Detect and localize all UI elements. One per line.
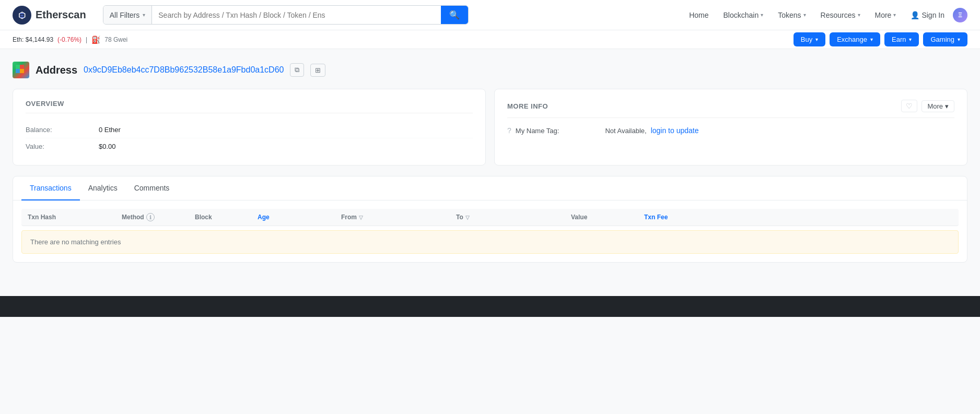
nav-blockchain[interactable]: Blockchain ▾ (717, 7, 770, 23)
sign-in-button[interactable]: 👤 Sign In (904, 7, 951, 23)
info-icon[interactable]: ℹ (146, 213, 155, 221)
chevron-down-icon: ▾ (958, 37, 960, 42)
separator: | (86, 36, 87, 43)
tab-comments[interactable]: Comments (126, 176, 178, 200)
nav-tokens[interactable]: Tokens ▾ (772, 7, 812, 23)
gaming-button[interactable]: Gaming ▾ (923, 32, 967, 46)
more-info-actions: ♡ More ▾ (901, 100, 954, 112)
more-info-card: More Info ♡ More ▾ ? My Name Tag: Not Av… (494, 89, 967, 165)
chevron-down-icon: ▾ (815, 37, 818, 42)
more-options-button[interactable]: More ▾ (921, 100, 954, 112)
logo-icon: ⬡ Ξ (13, 6, 31, 25)
buy-button[interactable]: Buy ▾ (794, 32, 825, 46)
chevron-down-icon: ▾ (858, 12, 860, 18)
col-block: Block (195, 213, 258, 221)
tab-analytics[interactable]: Analytics (80, 176, 126, 200)
search-button[interactable]: 🔍 (441, 6, 468, 24)
col-from: From ▽ (341, 213, 456, 221)
col-value: Value (571, 213, 644, 221)
more-info-header: More Info ♡ More ▾ (507, 100, 954, 118)
filter-dropdown[interactable]: All Filters ▾ (103, 6, 153, 24)
svg-text:Ξ: Ξ (20, 11, 24, 19)
chevron-down-icon: ▾ (761, 12, 763, 18)
filter-label: All Filters (110, 11, 140, 19)
nav-home[interactable]: Home (683, 7, 715, 23)
transactions-section: Transactions Analytics Comments Txn Hash… (13, 176, 967, 263)
nav-resources[interactable]: Resources ▾ (814, 7, 867, 23)
favorite-button[interactable]: ♡ (901, 100, 917, 112)
svg-rect-3 (16, 65, 20, 69)
address-label: Address (36, 64, 77, 76)
copy-address-button[interactable]: ⧉ (290, 63, 304, 77)
nav-more[interactable]: More ▾ (869, 7, 903, 23)
eth-change: (-0.76%) (57, 36, 81, 43)
earn-button[interactable]: Earn ▾ (884, 32, 919, 46)
name-tag-label: My Name Tag: (516, 127, 559, 135)
main-nav: Home Blockchain ▾ Tokens ▾ Resources ▾ M… (683, 7, 967, 23)
search-area: All Filters ▾ 🔍 (103, 5, 469, 25)
balance-label: Balance: (26, 126, 99, 134)
qr-code-button[interactable]: ⊞ (310, 64, 325, 77)
tab-transactions[interactable]: Transactions (21, 176, 80, 200)
gas-icon: ⛽ (91, 36, 100, 44)
col-age[interactable]: Age (258, 213, 341, 221)
value-value: $0.00 (99, 143, 116, 150)
table-header: Txn Hash Method ℹ Block Age From ▽ To (21, 209, 959, 226)
svg-rect-4 (20, 65, 24, 69)
chevron-down-icon: ▾ (945, 102, 949, 110)
filter-icon[interactable]: ▽ (465, 215, 470, 220)
logo[interactable]: ⬡ Ξ Etherscan (13, 6, 86, 25)
col-method: Method ℹ (122, 213, 195, 221)
col-txn-fee: Txn Fee (644, 213, 728, 221)
eth-price: Eth: $4,144.93 (13, 36, 53, 43)
address-icon (13, 62, 29, 78)
cards-row: Overview Balance: 0 Ether Value: $0.00 M… (13, 89, 967, 165)
help-icon[interactable]: ? (507, 126, 511, 135)
col-to: To ▽ (456, 213, 571, 221)
overview-card: Overview Balance: 0 Ether Value: $0.00 (13, 89, 486, 165)
address-bar: Address 0x9cD9Eb8eb4cc7D8Bb962532B58e1a9… (13, 62, 967, 78)
gas-price: 78 Gwei (104, 36, 127, 43)
chevron-down-icon: ▾ (870, 37, 873, 42)
name-tag-row: ? My Name Tag: Not Available, login to u… (507, 126, 954, 135)
eth-network-icon[interactable]: Ξ (953, 8, 967, 22)
footer (0, 296, 980, 317)
chevron-down-icon: ▾ (893, 12, 896, 18)
balance-value: 0 Ether (99, 126, 121, 134)
login-link[interactable]: login to update (651, 126, 699, 135)
search-input[interactable] (152, 6, 440, 24)
value-row: Value: $0.00 (26, 138, 473, 155)
tabs-header: Transactions Analytics Comments (13, 176, 967, 200)
exchange-button[interactable]: Exchange ▾ (830, 32, 880, 46)
name-tag-value: Not Available, (605, 127, 646, 135)
table-container: Txn Hash Method ℹ Block Age From ▽ To (13, 200, 967, 262)
svg-rect-5 (16, 69, 20, 73)
value-label: Value: (26, 143, 99, 150)
sub-header: Eth: $4,144.93 (-0.76%) | ⛽ 78 Gwei Buy … (0, 30, 980, 49)
logo-text: Etherscan (36, 9, 86, 21)
col-txn-hash: Txn Hash (28, 213, 122, 221)
empty-state: There are no matching entries (21, 230, 959, 254)
address-hash[interactable]: 0x9cD9Eb8eb4cc7D8Bb962532B58e1a9Fbd0a1cD… (84, 65, 284, 75)
chevron-down-icon: ▾ (143, 12, 145, 18)
chevron-down-icon: ▾ (803, 12, 806, 18)
svg-rect-6 (20, 69, 24, 73)
filter-icon[interactable]: ▽ (359, 215, 363, 220)
action-buttons: Buy ▾ Exchange ▾ Earn ▾ Gaming ▾ (794, 32, 967, 46)
more-info-title: More Info (507, 102, 548, 110)
chevron-down-icon: ▾ (909, 37, 912, 42)
overview-title: Overview (26, 100, 473, 113)
user-icon: 👤 (911, 11, 919, 19)
balance-row: Balance: 0 Ether (26, 122, 473, 138)
